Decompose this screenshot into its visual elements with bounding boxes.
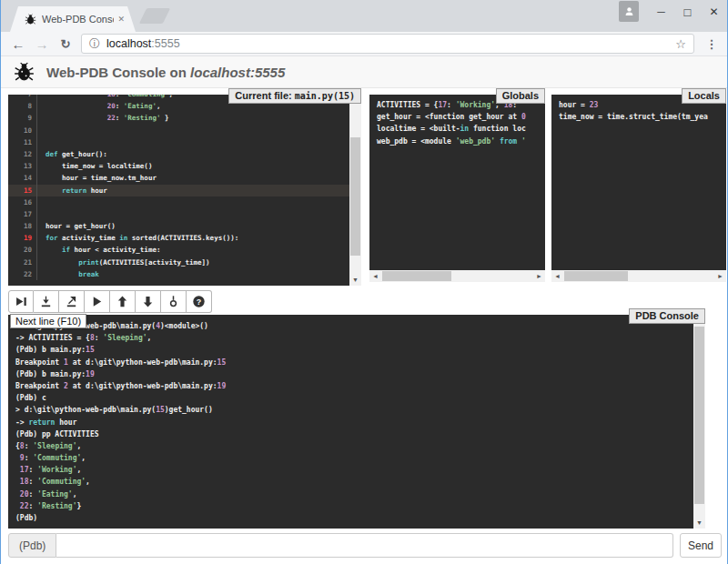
favicon-bug-icon bbox=[25, 14, 36, 25]
scroll-down-arrow-icon[interactable]: ▼ bbox=[693, 517, 705, 529]
globals-line: localtime = <built-in function loc bbox=[377, 123, 545, 135]
scroll-right-arrow-icon[interactable]: ► bbox=[533, 270, 545, 282]
code-line: 21 print(ACTIVITIES[activity_time]) bbox=[8, 257, 349, 268]
code-line: 20 if hour < activity_time: bbox=[8, 244, 349, 256]
globals-panel: Globals ACTIVITIES = {17: 'Working', 18:… bbox=[369, 95, 545, 282]
code-panel: Current file: main.py(15) 7 18: 'Commuti… bbox=[8, 95, 361, 286]
url-text: localhost:5555 bbox=[106, 37, 180, 50]
window-controls: ─ □ ✕ bbox=[619, 0, 727, 24]
step-out-icon bbox=[65, 295, 78, 308]
code-line: 10 bbox=[8, 125, 349, 136]
bookmark-star-icon[interactable]: ☆ bbox=[675, 37, 686, 51]
console-line: Breakpoint 2 at d:\git\python-web-pdb\ma… bbox=[15, 380, 693, 392]
scroll-down-arrow-icon[interactable]: ▼ bbox=[349, 274, 361, 286]
debug-toolbar: ? bbox=[8, 290, 212, 313]
where-pin-icon bbox=[167, 295, 180, 308]
line-number[interactable]: 12 bbox=[8, 148, 37, 160]
step-out-button[interactable] bbox=[59, 290, 85, 313]
svg-text:?: ? bbox=[197, 297, 201, 307]
line-number[interactable]: 10 bbox=[8, 125, 37, 136]
line-number[interactable]: 18 bbox=[8, 220, 37, 232]
locals-horizontal-scrollbar[interactable]: ◄ ► bbox=[551, 270, 726, 282]
continue-button[interactable] bbox=[85, 290, 110, 313]
console-line: (Pdb) b main.py:15 bbox=[15, 344, 693, 356]
console-line: 18: 'Commuting', bbox=[15, 476, 693, 488]
step-into-icon bbox=[39, 295, 53, 308]
locals-line: time_now = time.struct_time(tm_yea bbox=[559, 111, 726, 123]
console-line: Breakpoint 1 at d:\git\python-web-pdb\ma… bbox=[15, 357, 693, 368]
line-number[interactable]: 17 bbox=[8, 208, 37, 220]
scrollbar-thumb[interactable] bbox=[564, 271, 628, 281]
console-line: 22: 'Resting'} bbox=[15, 500, 693, 512]
current-file-label: Current file: main.py(15) bbox=[228, 88, 361, 104]
up-stack-button[interactable] bbox=[110, 290, 136, 313]
pdb-console-panel: PDB Console > d:\git\python-web-pdb\main… bbox=[8, 315, 705, 529]
line-number[interactable]: 15 bbox=[8, 185, 37, 196]
maximize-button[interactable]: □ bbox=[674, 0, 701, 24]
scroll-left-arrow-icon[interactable]: ◄ bbox=[369, 270, 381, 282]
line-number[interactable]: 14 bbox=[8, 172, 37, 184]
line-number[interactable]: 22 bbox=[8, 268, 37, 280]
globals-horizontal-scrollbar[interactable]: ◄ ► bbox=[369, 270, 545, 282]
next-line-icon bbox=[15, 295, 28, 308]
down-arrow-icon bbox=[141, 295, 155, 308]
console-line: 17: 'Working', bbox=[15, 464, 693, 476]
code-line: 9 22: 'Resting' } bbox=[8, 112, 349, 124]
help-button[interactable]: ? bbox=[187, 290, 212, 313]
info-icon[interactable]: ⓘ bbox=[89, 36, 100, 52]
pdb-prompt-label: (Pdb) bbox=[8, 533, 56, 558]
line-number[interactable]: 20 bbox=[8, 244, 37, 256]
next-line-button[interactable] bbox=[8, 290, 34, 313]
line-number[interactable]: 19 bbox=[8, 232, 37, 244]
send-button[interactable]: Send bbox=[680, 533, 722, 558]
line-number[interactable]: 8 bbox=[8, 100, 37, 112]
locals-label: Locals bbox=[682, 88, 726, 104]
browser-menu-icon[interactable]: ⋮ bbox=[702, 37, 722, 51]
line-number[interactable]: 13 bbox=[8, 160, 37, 172]
person-icon bbox=[623, 5, 635, 17]
close-button[interactable]: ✕ bbox=[701, 0, 727, 24]
globals-line: web_pdb = <module 'web_pdb' from ' bbox=[377, 136, 545, 147]
line-number[interactable]: 21 bbox=[8, 257, 37, 268]
main-content: Current file: main.py(15) 7 18: 'Commuti… bbox=[1, 88, 727, 564]
profile-button[interactable] bbox=[619, 1, 639, 22]
code-line: 15 return hour bbox=[8, 185, 349, 196]
step-into-button[interactable] bbox=[34, 290, 59, 313]
address-bar[interactable]: ⓘ localhost:5555 ☆ bbox=[81, 34, 694, 54]
help-icon: ? bbox=[192, 295, 206, 308]
minimize-button[interactable]: ─ bbox=[648, 0, 674, 24]
scrollbar-thumb[interactable] bbox=[382, 271, 451, 281]
line-number[interactable]: 9 bbox=[8, 112, 37, 124]
console-line: -> return hour bbox=[15, 417, 693, 428]
line-number[interactable]: 11 bbox=[8, 136, 37, 148]
console-line: > d:\git\python-web-pdb\main.py(4)<modul… bbox=[15, 320, 693, 332]
new-tab-button[interactable] bbox=[139, 8, 170, 24]
scroll-right-arrow-icon[interactable]: ► bbox=[714, 270, 726, 282]
scrollbar-thumb[interactable] bbox=[694, 327, 704, 504]
code-line: 19for activity_time in sorted(ACTIVITIES… bbox=[8, 232, 349, 244]
console-line: (Pdb) c bbox=[15, 392, 693, 404]
code-line: 16 bbox=[8, 196, 349, 208]
command-input[interactable] bbox=[56, 533, 673, 558]
where-button[interactable] bbox=[161, 290, 187, 313]
line-number[interactable]: 16 bbox=[8, 196, 37, 208]
console-line: (Pdb) b main.py:19 bbox=[15, 368, 693, 380]
code-line: 22 break bbox=[8, 268, 349, 280]
reload-icon[interactable]: ↻ bbox=[54, 37, 77, 51]
code-line: 12def get_hour(): bbox=[8, 148, 349, 160]
browser-tab[interactable]: Web-PDB Console on loc ✕ bbox=[10, 6, 136, 32]
scrollbar-thumb[interactable] bbox=[350, 137, 360, 256]
command-input-bar: (Pdb) Send bbox=[8, 533, 722, 558]
page-title: Web-PDB Console on localhost:5555 bbox=[46, 65, 285, 80]
console-line: -> ACTIVITIES = {8: 'Sleeping', bbox=[15, 332, 693, 344]
scroll-left-arrow-icon[interactable]: ◄ bbox=[551, 270, 563, 282]
down-stack-button[interactable] bbox=[136, 290, 161, 313]
console-line: > d:\git\python-web-pdb\main.py(15)get_h… bbox=[15, 404, 693, 416]
globals-label: Globals bbox=[496, 88, 545, 104]
console-line: 9: 'Commuting', bbox=[15, 452, 693, 464]
back-icon[interactable]: ← bbox=[6, 36, 30, 52]
code-vertical-scrollbar[interactable]: ▲ ▼ bbox=[349, 95, 361, 286]
forward-icon[interactable]: → bbox=[30, 36, 54, 52]
console-vertical-scrollbar[interactable]: ▲ ▼ bbox=[693, 315, 705, 529]
tab-close-icon[interactable]: ✕ bbox=[117, 15, 125, 24]
